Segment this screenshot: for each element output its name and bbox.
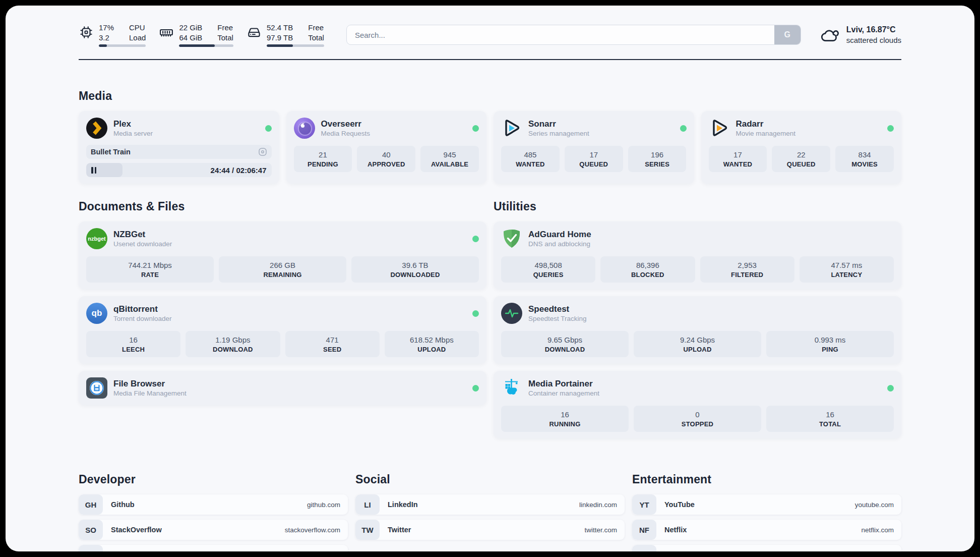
entertainment-section: Entertainment YT YouTube youtube.com NF … — [632, 473, 901, 551]
stat-queued: 22 QUEUED — [772, 146, 830, 172]
weather-widget[interactable]: Lviv, 16.87°C scattered clouds — [820, 25, 901, 45]
link-label: Github — [111, 500, 135, 509]
nzbget-icon: nzbget — [86, 228, 107, 249]
speedtest-icon — [501, 303, 522, 324]
section-title-developer: Developer — [79, 473, 348, 486]
app-subtitle: Speedtest Tracking — [528, 314, 587, 323]
search-input[interactable] — [346, 25, 801, 45]
app-card-filebrowser[interactable]: File Browser Media File Management — [79, 371, 486, 405]
stat-running: 16 RUNNING — [501, 406, 629, 432]
link-label: Netflix — [664, 526, 687, 534]
playback-time: 24:44 / 02:06:47 — [211, 166, 267, 175]
app-card-adguard[interactable]: AdGuard Home DNS and adblocking 498,508 … — [494, 221, 901, 289]
link-url: stackoverflow.com — [285, 526, 348, 534]
cpu-load-label: Load — [129, 33, 146, 43]
link-label: LinkedIn — [388, 500, 418, 509]
stat-download: 1.19 Gbps DOWNLOAD — [186, 331, 280, 357]
media-session-icon[interactable] — [258, 147, 267, 156]
disk-stat: 52.4 TB 97.9 TB Free Total — [247, 23, 324, 47]
link-netflix[interactable]: NF Netflix netflix.com — [632, 520, 901, 540]
dashboard-page: 17% 3.2 CPU Load — [6, 6, 974, 551]
top-bar: 17% 3.2 CPU Load — [79, 23, 901, 47]
linkedin-badge: LI — [355, 494, 380, 515]
stackoverflow-badge: SO — [79, 520, 103, 540]
screen-frame: 17% 3.2 CPU Load — [0, 0, 980, 557]
stat-leech: 16 LEECH — [86, 331, 180, 357]
stat-filtered: 2,953 FILTERED — [700, 256, 794, 283]
link-dev[interactable]: DT DEV dev.to — [79, 545, 348, 551]
stat-latency: 47.57 ms LATENCY — [800, 256, 894, 283]
disk-free-label: Free — [308, 23, 324, 33]
app-card-nzbget[interactable]: nzbget NZBGet Usenet downloader 744.21 M… — [79, 221, 486, 289]
app-name: NZBGet — [113, 229, 172, 240]
app-name: qBittorrent — [113, 304, 172, 314]
app-name: Plex — [113, 119, 153, 129]
link-youtube[interactable]: YT YouTube youtube.com — [632, 494, 901, 515]
link-stackoverflow[interactable]: SO StackOverflow stackoverflow.com — [79, 520, 348, 540]
link-label: StackOverflow — [111, 526, 162, 534]
link-reddit[interactable]: RE Reddit reddit.com — [632, 545, 901, 551]
developer-section: Developer GH Github github.com SO StackO… — [79, 473, 348, 551]
pause-icon — [91, 167, 96, 174]
stat-download: 9.65 Gbps DOWNLOAD — [501, 331, 629, 357]
cpu-progress-bar — [99, 44, 146, 47]
status-online-dot — [680, 125, 687, 132]
weather-condition: scattered clouds — [846, 35, 901, 45]
portainer-icon — [501, 377, 522, 399]
app-subtitle: Torrent downloader — [113, 314, 172, 323]
disk-free-value: 52.4 TB — [267, 23, 293, 33]
stat-ping: 0.993 ms PING — [766, 331, 894, 357]
status-online-dot — [472, 310, 479, 317]
filebrowser-icon — [86, 377, 107, 399]
netflix-badge: NF — [632, 520, 656, 540]
system-stats: 17% 3.2 CPU Load — [79, 23, 324, 47]
app-subtitle: DNS and adblocking — [528, 240, 591, 249]
app-name: Speedtest — [528, 304, 587, 314]
stat-upload: 618.52 Mbps UPLOAD — [385, 331, 479, 357]
header-divider — [79, 59, 901, 60]
memory-free-value: 22 GiB — [179, 23, 202, 33]
stat-wanted: 17 WANTED — [709, 146, 767, 172]
stat-wanted: 485 WANTED — [501, 146, 560, 172]
memory-free-label: Free — [217, 23, 233, 33]
app-card-speedtest[interactable]: Speedtest Speedtest Tracking 9.65 Gbps D… — [494, 296, 901, 364]
stat-downloaded: 39.6 TB DOWNLOADED — [351, 256, 479, 283]
link-label: Twitter — [388, 526, 411, 534]
app-subtitle: Series management — [528, 129, 589, 138]
app-card-radarr[interactable]: Radarr Movie management 17 WANTED 22 QUE… — [701, 111, 902, 184]
search-engine-button[interactable]: G — [774, 25, 801, 44]
app-card-qbittorrent[interactable]: qb qBittorrent Torrent downloader 16 LEE… — [79, 296, 486, 364]
app-subtitle: Media File Management — [113, 389, 187, 398]
youtube-badge: YT — [632, 494, 656, 515]
app-name: AdGuard Home — [528, 229, 591, 240]
github-badge: GH — [79, 494, 103, 515]
status-online-dot — [472, 385, 479, 392]
app-card-overseerr[interactable]: Overseerr Media Requests 21 PENDING 40 A… — [286, 111, 487, 184]
link-twitter[interactable]: TW Twitter twitter.com — [355, 520, 625, 540]
disk-progress-bar — [267, 44, 324, 47]
link-label: YouTube — [664, 500, 695, 509]
app-card-sonarr[interactable]: Sonarr Series management 485 WANTED 17 Q… — [494, 111, 694, 184]
app-subtitle: Usenet downloader — [113, 240, 172, 249]
stat-seed: 471 SEED — [285, 331, 380, 357]
plex-icon — [86, 118, 107, 139]
status-online-dot — [472, 236, 479, 242]
app-card-plex[interactable]: Plex Media server Bullet Train 24:44 / 0… — [79, 111, 279, 184]
link-linkedin[interactable]: LI LinkedIn linkedin.com — [355, 494, 625, 515]
memory-icon — [159, 25, 174, 40]
qbittorrent-icon: qb — [86, 303, 107, 324]
reddit-badge: RE — [632, 545, 656, 551]
weather-location-temp: Lviv, 16.87°C — [846, 25, 901, 35]
cpu-stat: 17% 3.2 CPU Load — [79, 23, 146, 47]
disk-icon — [247, 25, 262, 40]
memory-total-value: 64 GiB — [179, 33, 202, 43]
app-card-portainer[interactable]: Media Portainer Container management 16 … — [494, 371, 901, 438]
app-subtitle: Media Requests — [321, 129, 371, 138]
app-name: Radarr — [736, 119, 796, 129]
link-url: youtube.com — [855, 501, 901, 509]
section-title-entertainment: Entertainment — [632, 473, 901, 486]
app-subtitle: Movie management — [736, 129, 796, 138]
link-github[interactable]: GH Github github.com — [79, 494, 348, 515]
stat-rate: 744.21 Mbps RATE — [86, 256, 214, 283]
stat-available: 945 AVAILABLE — [420, 146, 479, 172]
